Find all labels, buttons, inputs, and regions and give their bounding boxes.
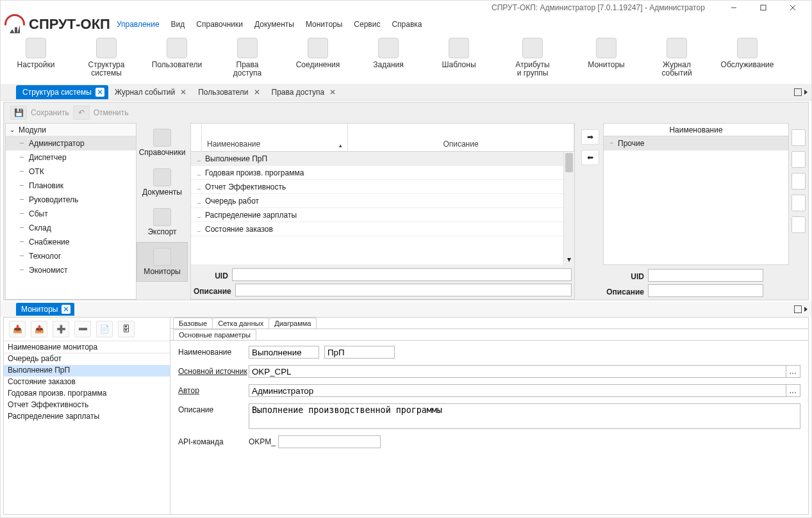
monitor-list-item[interactable]: Выполнение ПрП (4, 365, 170, 376)
tree-item[interactable]: Администратор (6, 136, 136, 150)
export-button[interactable]: 📤 (31, 321, 47, 337)
monitor-list-item[interactable]: Отчет Эффективность (4, 400, 170, 411)
right-grid-row[interactable]: Прочие (604, 136, 788, 150)
remove-button[interactable]: ➖ (74, 321, 91, 337)
source-input[interactable] (249, 365, 786, 378)
vbtn-4[interactable] (791, 195, 806, 211)
menu-item[interactable]: Справка (392, 20, 422, 29)
form-source-label[interactable]: Основной источник (178, 365, 249, 376)
menu-item[interactable]: Сервис (354, 20, 380, 29)
grid-row[interactable]: Выполнение ПрП (191, 152, 574, 166)
tree-item[interactable]: Руководитель (6, 193, 136, 207)
menu-item[interactable]: Мониторы (306, 20, 342, 29)
author-input[interactable] (249, 384, 786, 397)
name2-input[interactable] (324, 346, 395, 359)
doc-tab[interactable]: Структура системы✕ (16, 85, 108, 99)
scroll-down-icon[interactable]: ▾ (564, 254, 574, 264)
copy-button[interactable]: 📄 (96, 321, 113, 337)
monitor-list-item[interactable]: Очередь работ (4, 353, 170, 365)
form-author-label[interactable]: Автор (178, 384, 249, 395)
tree-item[interactable]: Сбыт (6, 207, 136, 221)
monitor-list-item[interactable]: Состояние заказов (4, 376, 170, 388)
tree-item[interactable]: ОТК (6, 165, 136, 179)
menu-item[interactable]: Документы (254, 20, 294, 29)
grid-row[interactable]: Годовая произв. программа (191, 166, 574, 180)
restore-panel-icon[interactable] (794, 305, 802, 313)
monitors-tab[interactable]: Мониторы ✕ (16, 303, 74, 316)
restore-panel-icon[interactable] (794, 88, 802, 96)
side-books-icon[interactable]: Справочники (137, 123, 188, 163)
menu-item[interactable]: Вид (171, 20, 185, 29)
name1-input[interactable] (249, 346, 319, 359)
close-icon[interactable]: ✕ (179, 88, 188, 97)
close-icon[interactable]: ✕ (328, 88, 337, 97)
grid-row[interactable]: Состояние заказов (191, 222, 574, 236)
doc-tab[interactable]: Права доступа✕ (265, 85, 342, 99)
ribbon-users-icon[interactable]: Пользователи (142, 38, 212, 77)
close-icon[interactable]: ✕ (95, 88, 104, 97)
tree-item[interactable]: Склад (6, 221, 136, 235)
side-export-icon[interactable]: Экспорт (137, 202, 188, 242)
tree-header[interactable]: ⌄ Модули (6, 124, 136, 136)
cancel-button[interactable]: ↶ Отменить (73, 106, 129, 120)
grid-row[interactable]: Распределение зарплаты (191, 208, 574, 222)
doc-tab[interactable]: Журнал событий✕ (108, 85, 192, 99)
grid-col-desc[interactable]: Описание (348, 124, 574, 151)
monitor-list-item[interactable]: Годовая произв. программа (4, 388, 170, 400)
close-icon[interactable]: ✕ (253, 88, 261, 97)
desc-input[interactable] (235, 284, 572, 296)
monitor-list-item[interactable]: Распределение зарплаты (4, 411, 170, 423)
grid-row[interactable]: Очередь работ (191, 194, 574, 208)
ribbon-shield-icon[interactable]: Правадоступа (212, 38, 283, 77)
scrollbar[interactable]: ▾ (563, 152, 574, 264)
ribbon-key-icon[interactable]: Соединения (283, 38, 353, 77)
collapse-panel-icon[interactable] (804, 307, 808, 312)
maximize-button[interactable] (749, 1, 778, 15)
save-button[interactable]: 💾 Сохранить (10, 106, 69, 120)
ribbon-chart-icon[interactable]: Мониторы (571, 38, 642, 77)
tree-item[interactable]: Диспетчер (6, 150, 136, 165)
grid-body[interactable]: Выполнение ПрПГодовая произв. программаО… (191, 152, 574, 264)
ribbon-tree-gear-icon[interactable]: Структурасистемы (71, 38, 142, 77)
ribbon-hierarchy-icon[interactable]: Атрибутыи группы (494, 38, 571, 77)
vbtn-3[interactable] (791, 173, 806, 190)
move-right-button[interactable]: ➡ (581, 129, 599, 145)
subtab[interactable]: Сетка данных (212, 318, 269, 328)
side-document-icon[interactable]: Документы (137, 163, 188, 202)
side-chart-icon[interactable]: Мониторы (137, 242, 188, 282)
menu-item[interactable]: Справочники (196, 20, 243, 29)
ribbon-template-icon[interactable]: Шаблоны (424, 38, 494, 77)
subtab[interactable]: Диаграмма (269, 318, 317, 328)
ribbon-log-icon[interactable]: Журналсобытий (642, 38, 712, 77)
add-button[interactable]: ➕ (53, 321, 69, 337)
menu-item[interactable]: Управление (117, 20, 160, 29)
ribbon-monitor-gear-icon[interactable]: Настройки (1, 38, 71, 77)
tree-item[interactable]: Технолог (6, 249, 136, 263)
grid-row[interactable]: Отчет Эффективность (191, 180, 574, 194)
author-browse-button[interactable]: … (786, 384, 800, 397)
ribbon-database-gear-icon[interactable]: Обслуживание (712, 38, 783, 77)
close-button[interactable] (778, 1, 808, 15)
minimize-button[interactable] (719, 1, 749, 15)
tree-item[interactable]: Плановик (6, 179, 136, 193)
collapse-panel-icon[interactable] (804, 90, 808, 95)
api-input[interactable] (278, 435, 381, 448)
import-button[interactable]: 📥 (9, 321, 26, 337)
tree-item[interactable]: Снабжение (6, 235, 136, 249)
uid-input[interactable] (232, 268, 572, 281)
scrollbar-thumb[interactable] (565, 153, 573, 172)
source-browse-button[interactable]: … (786, 365, 800, 378)
vbtn-5[interactable] (791, 216, 806, 233)
right-uid-input[interactable] (648, 269, 763, 282)
tree-item[interactable]: Экономист (6, 263, 136, 277)
subtab[interactable]: Базовые (173, 318, 213, 328)
doc-tab[interactable]: Пользователи✕ (192, 85, 265, 99)
subtab[interactable]: Основные параметры (173, 329, 256, 340)
desc-textarea[interactable]: Выполнение производственной программы (249, 403, 800, 429)
close-icon[interactable]: ✕ (62, 305, 70, 314)
move-left-button[interactable]: ⬅ (581, 150, 599, 165)
db-button[interactable]: 🗄 (118, 321, 135, 337)
vbtn-2[interactable] (791, 151, 806, 168)
vbtn-1[interactable] (791, 129, 806, 146)
ribbon-coins-icon[interactable]: Задания (353, 38, 424, 77)
